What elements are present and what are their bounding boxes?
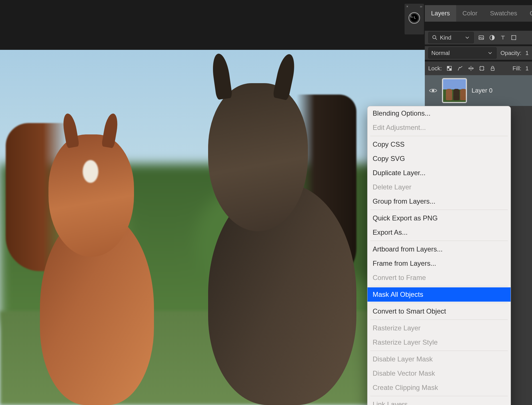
layer-thumbnail[interactable] bbox=[442, 79, 466, 103]
history-icon[interactable] bbox=[409, 12, 420, 24]
context-menu-item: Delete Layer bbox=[367, 180, 511, 194]
layer-filter-kind-label: Kind bbox=[440, 34, 451, 41]
visibility-eye-icon[interactable] bbox=[429, 88, 437, 93]
lock-transparency-icon[interactable] bbox=[446, 65, 453, 72]
blend-mode-select[interactable]: Normal bbox=[428, 47, 497, 59]
panel-tabs: Layers Color Swatches Gra bbox=[425, 5, 532, 22]
fill-value[interactable]: 1 bbox=[525, 65, 529, 72]
lock-pixels-icon[interactable] bbox=[457, 65, 464, 72]
blend-mode-value: Normal bbox=[431, 50, 450, 56]
svg-rect-8 bbox=[480, 67, 484, 70]
lock-row: Lock: Fill: 1 bbox=[425, 62, 532, 75]
expand-icon[interactable]: ›› bbox=[420, 5, 422, 9]
context-menu-item: Disable Layer Mask bbox=[367, 352, 511, 366]
tab-color[interactable]: Color bbox=[456, 5, 484, 22]
opacity-label: Opacity: bbox=[501, 50, 521, 56]
fill-label: Fill: bbox=[513, 65, 521, 72]
chevron-down-icon bbox=[487, 50, 494, 56]
context-menu-item[interactable]: Blending Options... bbox=[367, 106, 511, 120]
canvas-image[interactable] bbox=[0, 50, 425, 405]
canvas-area[interactable] bbox=[0, 0, 425, 405]
context-menu-item: Edit Adjustment... bbox=[367, 120, 511, 135]
context-menu-item[interactable]: Duplicate Layer... bbox=[367, 166, 511, 180]
photo-horse-left bbox=[0, 120, 194, 405]
lock-position-icon[interactable] bbox=[468, 65, 474, 72]
layer-filter-kind-select[interactable]: Kind bbox=[428, 32, 474, 43]
context-menu-item[interactable]: Copy SVG bbox=[367, 152, 511, 166]
context-menu-item: Link Layers bbox=[367, 397, 511, 405]
context-menu-item: Create Clipping Mask bbox=[367, 381, 511, 395]
context-menu-item[interactable]: Frame from Layers... bbox=[367, 256, 511, 271]
layer-name[interactable]: Layer 0 bbox=[472, 87, 492, 94]
context-menu-item[interactable]: Quick Export as PNG bbox=[367, 211, 511, 225]
context-menu-item[interactable]: Convert to Smart Object bbox=[367, 304, 511, 318]
context-menu-item: Convert to Frame bbox=[367, 271, 511, 285]
filter-type-icon[interactable] bbox=[499, 34, 506, 41]
svg-rect-6 bbox=[447, 66, 449, 68]
svg-point-10 bbox=[432, 89, 434, 92]
svg-rect-9 bbox=[491, 68, 494, 70]
history-palette-collapsed[interactable]: × ›› bbox=[404, 3, 424, 35]
context-menu-item: Rasterize Layer bbox=[367, 321, 511, 335]
chevron-down-icon bbox=[464, 34, 471, 41]
svg-rect-7 bbox=[449, 68, 451, 70]
blend-row: Normal Opacity: 1 bbox=[425, 46, 532, 60]
layer-context-menu[interactable]: Blending Options...Edit Adjustment...Cop… bbox=[367, 106, 511, 405]
context-menu-item[interactable]: Export As... bbox=[367, 225, 511, 240]
close-icon[interactable]: × bbox=[406, 5, 408, 9]
context-menu-item: Disable Vector Mask bbox=[367, 366, 511, 381]
filter-adjustment-icon[interactable] bbox=[489, 34, 496, 41]
context-menu-item[interactable]: Copy CSS bbox=[367, 137, 511, 152]
lock-all-icon[interactable] bbox=[489, 65, 496, 72]
svg-rect-4 bbox=[512, 36, 516, 40]
context-menu-item[interactable]: Group from Layers... bbox=[367, 194, 511, 208]
svg-point-1 bbox=[433, 36, 436, 39]
layer-row[interactable]: Layer 0 bbox=[425, 75, 532, 106]
search-icon bbox=[431, 34, 438, 41]
svg-rect-2 bbox=[479, 36, 484, 40]
layer-filter-bar: Kind bbox=[425, 31, 532, 44]
filter-image-icon[interactable] bbox=[478, 34, 485, 41]
lock-label: Lock: bbox=[428, 65, 442, 72]
tab-swatches[interactable]: Swatches bbox=[484, 5, 523, 22]
filter-shape-icon[interactable] bbox=[510, 34, 517, 41]
canvas-pasteboard bbox=[0, 0, 425, 50]
context-menu-item[interactable]: Mask All Objects bbox=[367, 287, 511, 302]
context-menu-item[interactable]: Artboard from Layers... bbox=[367, 242, 511, 256]
tab-gradients[interactable]: Gra bbox=[523, 5, 532, 22]
lock-artboard-icon[interactable] bbox=[478, 65, 485, 72]
context-menu-item: Rasterize Layer Style bbox=[367, 335, 511, 349]
tab-layers[interactable]: Layers bbox=[425, 5, 456, 22]
opacity-value[interactable]: 1 bbox=[525, 50, 529, 56]
